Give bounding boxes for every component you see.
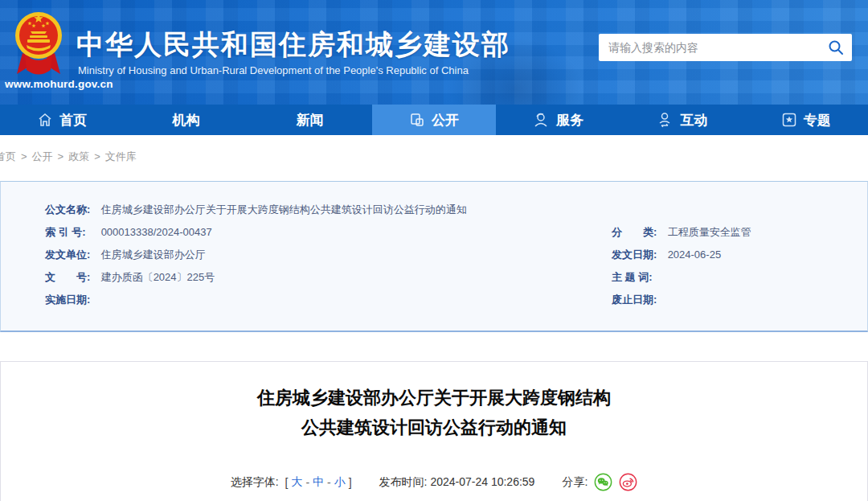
nav-item-topics[interactable]: 专题 <box>744 105 868 135</box>
nav-item-services[interactable]: 服务 <box>496 105 620 135</box>
meta-row-keywords: 主 题 词: <box>612 266 853 289</box>
nav-label: 服务 <box>556 111 583 129</box>
breadcrumb: 首页>公开>政策>文件库 <box>0 150 868 164</box>
breadcrumb-policy[interactable]: 政策 <box>68 150 89 162</box>
meta-label: 分 类: <box>612 221 665 244</box>
meta-value: 2024-06-25 <box>668 248 722 261</box>
nav-label: 公开 <box>432 111 459 129</box>
home-icon <box>37 112 53 128</box>
nav-item-home[interactable]: 首页 <box>0 105 124 135</box>
meta-label: 发文单位: <box>45 244 98 266</box>
weibo-share-icon[interactable] <box>619 473 637 491</box>
meta-label: 索 引 号: <box>45 221 98 244</box>
nav-item-interaction[interactable]: 互动 <box>620 105 743 135</box>
breadcrumb-separator: > <box>58 150 64 162</box>
meta-label: 主 题 词: <box>612 266 665 289</box>
search-input[interactable] <box>599 34 820 61</box>
font-size-selector: 选择字体: [ 大 - 中 - 小 ] <box>231 475 352 490</box>
meta-label: 文 号: <box>45 266 98 289</box>
breadcrumb-disclosure[interactable]: 公开 <box>32 150 53 162</box>
meta-row-impl-date: 实施日期: <box>45 289 612 311</box>
font-size-large-button[interactable]: 大 <box>291 475 302 490</box>
font-selector-dash: - <box>327 476 331 489</box>
nav-item-news[interactable]: 新闻 <box>248 105 372 135</box>
meta-row-issuer: 发文单位: 住房城乡建设部办公厅 <box>45 244 612 266</box>
meta-value: 000013338/2024-00437 <box>101 226 212 238</box>
national-emblem <box>13 6 64 82</box>
site-title: 中华人民共和国住房和城乡建设部 <box>76 27 510 64</box>
nav-item-orgs[interactable]: 机构 <box>124 105 248 135</box>
meta-value: 住房城乡建设部办公厅关于开展大跨度钢结构公共建筑设计回访公益行动的通知 <box>101 203 467 216</box>
breadcrumb-separator: > <box>94 150 100 162</box>
meta-row-issue-date: 发文日期: 2024-06-25 <box>612 244 853 266</box>
meta-row-index-no: 索 引 号: 000013338/2024-00437 <box>45 221 612 244</box>
star-square-icon <box>781 112 797 128</box>
article-title-line2: 公共建筑设计回访公益行动的通知 <box>1 413 867 442</box>
interaction-person-icon <box>657 111 674 129</box>
site-header: www.mohurd.gov.cn 中华人民共和国住房和城乡建设部 Minist… <box>0 0 868 105</box>
font-selector-label: 选择字体: <box>231 475 279 490</box>
font-size-medium-button[interactable]: 中 <box>313 475 324 490</box>
meta-label: 公文名称: <box>45 199 98 221</box>
site-subtitle: Ministry of Housing and Urban-Rural Deve… <box>78 64 469 76</box>
bracket-open: [ <box>285 476 288 489</box>
document-meta-panel: 公文名称: 住房城乡建设部办公厅关于开展大跨度钢结构公共建筑设计回访公益行动的通… <box>0 181 868 332</box>
nav-item-disclosure[interactable]: 公开 <box>372 105 496 135</box>
service-person-icon <box>532 111 550 129</box>
meta-row-name: 公文名称: 住房城乡建设部办公厅关于开展大跨度钢结构公共建筑设计回访公益行动的通… <box>45 199 867 221</box>
article-title-line1: 住房城乡建设部办公厅关于开展大跨度钢结构 <box>1 383 867 413</box>
wechat-share-icon[interactable] <box>594 473 612 491</box>
documents-icon <box>409 112 425 128</box>
meta-value: 工程质量安全监管 <box>668 226 751 238</box>
nav-label: 互动 <box>681 111 708 129</box>
search-box <box>599 34 852 61</box>
nav-label: 机构 <box>172 111 199 129</box>
article-panel: 住房城乡建设部办公厅关于开展大跨度钢结构 公共建筑设计回访公益行动的通知 选择字… <box>0 361 868 501</box>
site-url: www.mohurd.gov.cn <box>5 78 113 90</box>
font-size-small-button[interactable]: 小 <box>334 475 346 490</box>
meta-row-abolish-date: 废止日期: <box>612 289 853 311</box>
publish-time-label: 发布时间: <box>379 475 428 488</box>
share-label: 分享: <box>562 475 588 490</box>
search-icon[interactable] <box>820 34 852 61</box>
meta-row-doc-no: 文 号: 建办质函〔2024〕225号 <box>45 266 612 289</box>
meta-value: 建办质函〔2024〕225号 <box>101 271 215 283</box>
bracket-close: ] <box>349 476 352 489</box>
main-nav: 首页 机构 新闻 公开 服务 <box>0 105 868 135</box>
meta-value: 住房城乡建设部办公厅 <box>101 248 206 261</box>
meta-row-category: 分 类: 工程质量安全监管 <box>612 221 853 244</box>
breadcrumb-library[interactable]: 文件库 <box>105 150 137 162</box>
nav-label: 新闻 <box>297 111 324 129</box>
nav-label: 专题 <box>804 111 831 129</box>
article-meta-bar: 选择字体: [ 大 - 中 - 小 ] 发布时间: 2024-07-24 10:… <box>1 473 867 491</box>
breadcrumb-home[interactable]: 首页 <box>0 150 16 162</box>
nav-label: 首页 <box>59 111 87 129</box>
share-bar: 分享: <box>562 473 637 491</box>
article-title: 住房城乡建设部办公厅关于开展大跨度钢结构 公共建筑设计回访公益行动的通知 <box>1 383 867 442</box>
meta-label: 发文日期: <box>612 244 665 266</box>
publish-time-value: 2024-07-24 10:26:59 <box>430 475 534 488</box>
meta-label: 废止日期: <box>612 289 665 311</box>
meta-label: 实施日期: <box>45 289 98 311</box>
breadcrumb-separator: > <box>21 150 27 162</box>
font-selector-dash: - <box>305 476 309 489</box>
publish-time: 发布时间: 2024-07-24 10:26:59 <box>379 475 535 490</box>
